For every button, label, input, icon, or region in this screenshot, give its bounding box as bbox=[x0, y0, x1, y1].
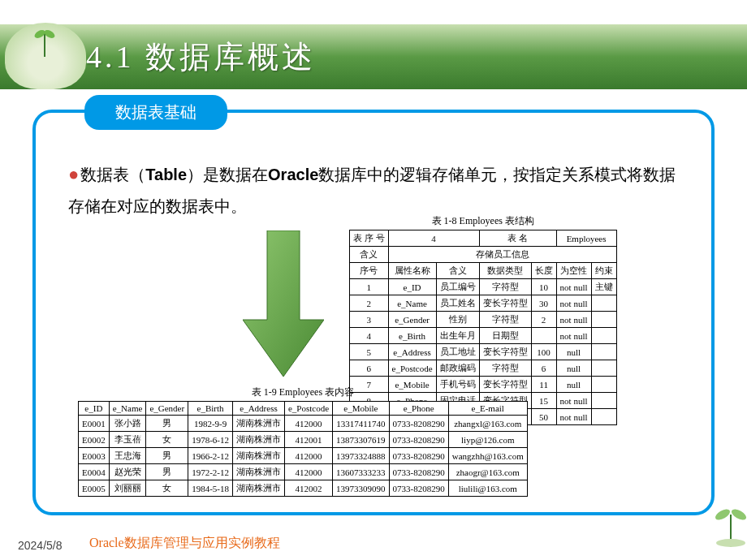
svg-point-2 bbox=[714, 507, 732, 523]
column-header: 约束 bbox=[591, 263, 616, 279]
content-panel: 数据表基础 ●数据表（Table）是数据在Oracle数据库中的逻辑存储单元，按… bbox=[32, 110, 715, 515]
column-header: e_Birth bbox=[188, 402, 233, 416]
column-header: 为空性 bbox=[556, 263, 591, 279]
column-header: e_ID bbox=[79, 402, 110, 416]
table-row: E0004赵光荣男1972-2-12湖南株洲市41200013607333233… bbox=[79, 464, 528, 480]
column-header: e_Name bbox=[109, 402, 146, 416]
column-header: 数据类型 bbox=[479, 263, 531, 279]
table-row: 5e_Address员工地址变长字符型100null bbox=[350, 344, 617, 360]
sprout-icon bbox=[34, 24, 55, 60]
table8-caption: 表 1-8 Employees 表结构 bbox=[349, 214, 617, 228]
footer-course: Oracle数据库管理与应用实例教程 bbox=[89, 535, 280, 552]
table-row: E0005刘丽丽女1984-5-18湖南株洲市41200213973309090… bbox=[79, 480, 528, 497]
table-row: 6e_Postcode邮政编码字符型6null bbox=[350, 360, 617, 377]
column-header: 属性名称 bbox=[388, 263, 436, 279]
section-badge: 数据表基础 bbox=[84, 95, 227, 130]
column-header: e_Postcode bbox=[284, 402, 332, 416]
table-row: 1e_ID员工编号字符型10not null主键 bbox=[350, 279, 617, 295]
header-banner: 4.1 数据库概述 bbox=[0, 24, 747, 89]
corner-sprout-icon bbox=[698, 490, 747, 547]
table-content: 表 1-9 Employees 表内容 e_IDe_Namee_Gendere_… bbox=[78, 386, 528, 497]
table-row: 序号属性名称含义数据类型长度为空性约束 bbox=[350, 263, 617, 279]
table9-caption: 表 1-9 Employees 表内容 bbox=[78, 386, 528, 399]
column-header: 含义 bbox=[436, 263, 479, 279]
column-header: e_Mobile bbox=[333, 402, 390, 416]
column-header: e_Phone bbox=[389, 402, 448, 416]
table-row: 含义 存储员工信息 bbox=[350, 247, 617, 263]
table-row: E0003王忠海男1966-2-12湖南株洲市41200013973324888… bbox=[79, 448, 528, 464]
column-header: e_Address bbox=[232, 402, 284, 416]
table-row: 2e_Name员工姓名变长字符型30not null bbox=[350, 295, 617, 312]
table-row: 表 序 号 4 表 名 Employees bbox=[350, 230, 617, 247]
svg-point-4 bbox=[716, 539, 745, 547]
bullet-icon: ● bbox=[68, 164, 79, 184]
page-title: 4.1 数据库概述 bbox=[86, 37, 316, 78]
table-row: E0001张小路男1982-9-9湖南株洲市412000133174117400… bbox=[79, 416, 528, 432]
table-row: 3e_Gender性别字符型2not null bbox=[350, 312, 617, 328]
paragraph: ●数据表（Table）是数据在Oracle数据库中的逻辑存储单元，按指定关系模式… bbox=[68, 158, 685, 222]
svg-point-3 bbox=[730, 507, 747, 523]
table9: e_IDe_Namee_Gendere_Birthe_Addresse_Post… bbox=[78, 401, 528, 497]
column-header: 序号 bbox=[350, 263, 389, 279]
column-header: 长度 bbox=[531, 263, 556, 279]
table-row: 4e_Birth出生年月日期型not null bbox=[350, 328, 617, 344]
footer-date: 2024/5/8 bbox=[18, 539, 63, 552]
column-header: e_E-mail bbox=[448, 402, 527, 416]
column-header: e_Gender bbox=[146, 402, 188, 416]
arrow-down-icon bbox=[243, 230, 324, 377]
table-row: e_IDe_Namee_Gendere_Birthe_Addresse_Post… bbox=[79, 402, 528, 416]
table-row: E0002李玉蓓女1978-6-12湖南株洲市41200113873307619… bbox=[79, 432, 528, 448]
